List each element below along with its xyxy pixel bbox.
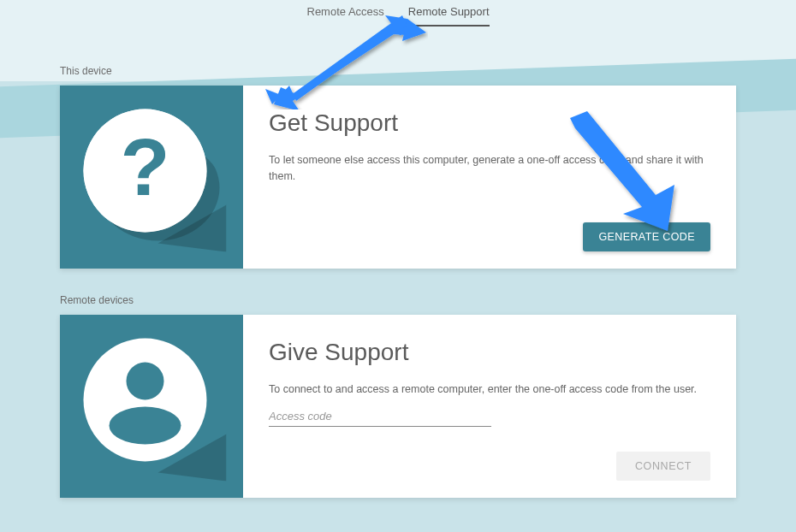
connect-button[interactable]: CONNECT [616, 452, 710, 481]
svg-text:?: ? [120, 121, 169, 212]
give-support-card: Give Support To connect to and access a … [60, 315, 736, 498]
question-icon-tile: ? [60, 86, 243, 269]
tab-remote-support[interactable]: Remote Support [408, 5, 490, 27]
section-label-this-device: This device [60, 65, 796, 77]
section-label-remote-devices: Remote devices [60, 294, 796, 306]
get-support-card: ? Get Support To let someone else access… [60, 86, 736, 269]
tabs-bar: Remote Access Remote Support [0, 0, 796, 27]
person-icon-tile [60, 315, 243, 498]
get-support-description: To let someone else access this computer… [269, 152, 710, 185]
access-code-input[interactable] [269, 406, 491, 427]
give-support-description: To connect to and access a remote comput… [269, 381, 710, 398]
svg-point-5 [127, 363, 164, 400]
get-support-title: Get Support [269, 109, 710, 137]
person-icon [77, 332, 227, 482]
question-mark-icon: ? [77, 103, 227, 252]
tab-remote-access[interactable]: Remote Access [307, 5, 384, 27]
svg-point-6 [110, 407, 181, 445]
give-support-title: Give Support [269, 339, 710, 366]
generate-code-button[interactable]: GENERATE CODE [583, 222, 710, 251]
